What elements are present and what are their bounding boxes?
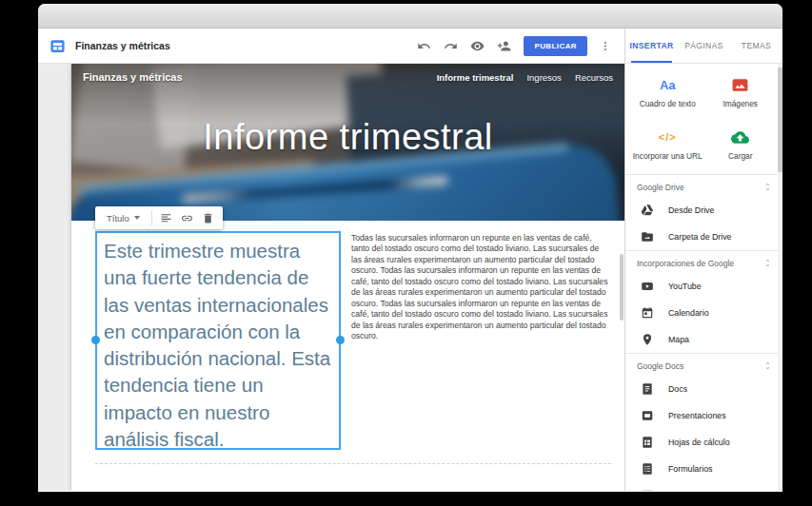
site-nav: Informe trimestral Ingresos Recursos (437, 72, 613, 83)
hero-section[interactable]: Finanzas y métricas Informe trimestral I… (71, 64, 624, 221)
text-format-toolbar: Título (95, 206, 223, 229)
item-label: Hojas de cálculo (668, 438, 730, 447)
site-name: Finanzas y métricas (83, 71, 183, 83)
editor-toolbar: Finanzas y métricas PUBLICAR (38, 29, 624, 64)
youtube-icon (641, 280, 654, 293)
calendar-icon (641, 306, 654, 320)
tile-label: Imágenes (704, 99, 778, 108)
charts-icon (641, 489, 654, 491)
map-pin-icon (641, 333, 654, 346)
collapse-icon (762, 360, 773, 371)
text-style-dropdown[interactable]: Título (99, 213, 148, 224)
trash-icon (202, 212, 214, 224)
docs-icon (641, 382, 654, 396)
section-divider (95, 463, 611, 464)
item-mapa[interactable]: Mapa (625, 326, 782, 353)
upload-icon (731, 128, 749, 146)
section-incorporaciones: Incorporaciones de Google YouTube (625, 250, 782, 353)
site-page: Finanzas y métricas Informe trimestral I… (71, 64, 624, 491)
redo-icon[interactable] (444, 39, 458, 53)
item-calendario[interactable]: Calendario (625, 300, 782, 326)
resize-handle-right[interactable] (336, 336, 345, 344)
item-label: Presentaciones (668, 411, 726, 420)
align-left-icon (160, 212, 172, 224)
undo-icon[interactable] (417, 39, 431, 53)
tile-label: Cargar (704, 151, 778, 161)
item-youtube[interactable]: YouTube (625, 273, 782, 300)
intro-text[interactable]: Este trimestre muestra una fuerte tenden… (104, 238, 332, 453)
tab-paginas[interactable]: PÁGINAS (678, 29, 730, 63)
section-google-docs: Google Docs Docs (625, 353, 782, 491)
app-window: Finanzas y métricas PUBLICAR (38, 4, 782, 492)
item-label: YouTube (668, 282, 702, 291)
toolbar-divider (151, 210, 152, 225)
canvas-scrollbar[interactable] (620, 254, 624, 321)
tab-temas[interactable]: TEMAS (730, 29, 782, 63)
nav-link-recursos[interactable]: Recursos (575, 72, 613, 83)
publish-button[interactable]: PUBLICAR (524, 36, 587, 56)
collapse-icon (762, 182, 773, 192)
item-label: Mapa (668, 335, 689, 344)
collapse-icon (762, 258, 773, 268)
editor-canvas: Finanzas y métricas Informe trimestral I… (38, 64, 624, 491)
item-presentaciones[interactable]: Presentaciones (625, 402, 782, 429)
forms-icon (641, 462, 654, 476)
drive-icon (641, 204, 654, 217)
item-formularios[interactable]: Formularios (625, 456, 782, 482)
insert-link-button[interactable] (177, 207, 198, 228)
section-header-google-docs[interactable]: Google Docs (625, 354, 782, 376)
tab-insertar[interactable]: INSERTAR (625, 29, 678, 63)
drive-folder-icon (641, 230, 654, 243)
item-label: Desde Drive (668, 205, 714, 215)
section-title: Google Docs (637, 361, 683, 371)
item-graficos[interactable]: Gráficos (625, 482, 782, 491)
item-label: Formularios (668, 464, 712, 474)
text-style-label: Título (107, 213, 129, 224)
panel-scrollbar[interactable] (778, 64, 782, 491)
hero-title[interactable]: Informe trimestral (71, 117, 624, 158)
browser-chrome-strip (38, 4, 782, 29)
tile-label: Cuadro de texto (631, 99, 704, 108)
sites-logo-icon[interactable] (50, 38, 66, 54)
section-title: Google Drive (637, 183, 684, 192)
body-text[interactable]: Todas las sucursales informaron un repun… (351, 233, 611, 342)
item-docs[interactable]: Docs (625, 376, 782, 402)
tile-cuadro-de-texto[interactable]: Aa Cuadro de texto (631, 75, 704, 108)
insert-tiles: Aa Cuadro de texto Imágenes </ (625, 64, 782, 174)
item-desde-drive[interactable]: Desde Drive (625, 197, 782, 224)
section-title: Incorporaciones de Google (637, 259, 734, 268)
panel-body: Aa Cuadro de texto Imágenes </ (625, 64, 782, 491)
panel-scrollbar-thumb[interactable] (778, 68, 782, 172)
more-options-icon[interactable] (600, 39, 611, 53)
insert-panel: INSERTAR PÁGINAS TEMAS Aa Cuadro de text… (624, 29, 782, 491)
item-hojas-de-calculo[interactable]: Hojas de cálculo (625, 429, 782, 456)
nav-link-informe-trimestral[interactable]: Informe trimestral (437, 72, 514, 83)
intro-text-box[interactable]: Este trimestre muestra una fuerte tenden… (95, 231, 341, 450)
resize-handle-left[interactable] (91, 336, 100, 344)
item-label: Docs (668, 384, 687, 394)
section-header-incorporaciones[interactable]: Incorporaciones de Google (625, 251, 782, 273)
tile-label: Incorporar una URL (631, 151, 704, 161)
add-person-icon[interactable] (497, 39, 511, 53)
panel-tabs: INSERTAR PÁGINAS TEMAS (625, 29, 782, 64)
embed-url-icon: </> (659, 131, 677, 143)
tile-imagenes[interactable]: Imágenes (704, 75, 778, 108)
item-label: Calendario (668, 308, 709, 318)
site-title[interactable]: Finanzas y métricas (75, 40, 170, 51)
images-icon (731, 76, 749, 94)
slides-icon (641, 409, 654, 422)
align-button[interactable] (156, 207, 177, 228)
sheets-icon (641, 436, 654, 449)
tile-incorporar-una-url[interactable]: </> Incorporar una URL (631, 127, 704, 161)
text-box-icon: Aa (660, 78, 676, 92)
item-carpeta-de-drive[interactable]: Carpeta de Drive (625, 224, 782, 250)
tile-cargar[interactable]: Cargar (704, 127, 778, 161)
nav-link-ingresos[interactable]: Ingresos (526, 72, 561, 83)
chevron-down-icon (134, 216, 140, 220)
site-header: Finanzas y métricas Informe trimestral I… (71, 64, 624, 90)
preview-eye-icon[interactable] (470, 39, 485, 53)
item-label: Carpeta de Drive (668, 232, 732, 242)
delete-button[interactable] (198, 207, 219, 228)
section-header-google-drive[interactable]: Google Drive (625, 175, 782, 197)
link-icon (181, 212, 193, 224)
